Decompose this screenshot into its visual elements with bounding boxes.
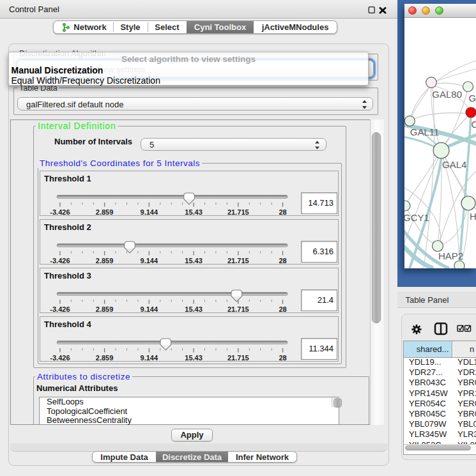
svg-text:21.715: 21.715 — [227, 257, 249, 265]
svg-text:CD: CD — [472, 119, 476, 130]
svg-text:2.859: 2.859 — [96, 208, 114, 216]
svg-text:21.715: 21.715 — [227, 354, 249, 362]
svg-text:21.715: 21.715 — [227, 305, 249, 313]
svg-text:-3.426: -3.426 — [50, 354, 70, 362]
svg-text:9.144: 9.144 — [141, 354, 158, 362]
svg-text:GAL80: GAL80 — [432, 89, 462, 100]
svg-text:15.43: 15.43 — [185, 305, 203, 313]
svg-text:GAL4: GAL4 — [442, 159, 466, 170]
svg-text:-3.426: -3.426 — [50, 305, 70, 313]
svg-text:HAP2: HAP2 — [438, 250, 463, 261]
svg-text:GAL11: GAL11 — [410, 127, 440, 137]
svg-text:15.43: 15.43 — [185, 208, 203, 216]
svg-text:28: 28 — [279, 208, 286, 216]
svg-text:2.859: 2.859 — [96, 354, 114, 362]
svg-text:9.144: 9.144 — [141, 305, 158, 313]
svg-text:2.859: 2.859 — [96, 305, 114, 313]
svg-text:GA: GA — [469, 93, 476, 104]
svg-text:21.715: 21.715 — [227, 208, 249, 216]
svg-text:9.144: 9.144 — [141, 208, 158, 216]
svg-text:28: 28 — [279, 305, 286, 313]
svg-text:2.859: 2.859 — [96, 257, 114, 265]
svg-text:28: 28 — [279, 354, 286, 362]
svg-text:15.43: 15.43 — [185, 257, 203, 265]
svg-text:HI: HI — [470, 211, 476, 222]
svg-text:-3.426: -3.426 — [50, 257, 70, 265]
svg-text:GCY1: GCY1 — [404, 212, 429, 223]
svg-text:-3.426: -3.426 — [50, 208, 70, 216]
svg-text:28: 28 — [279, 257, 286, 265]
svg-text:15.43: 15.43 — [185, 354, 203, 362]
svg-text:9.144: 9.144 — [141, 257, 158, 265]
